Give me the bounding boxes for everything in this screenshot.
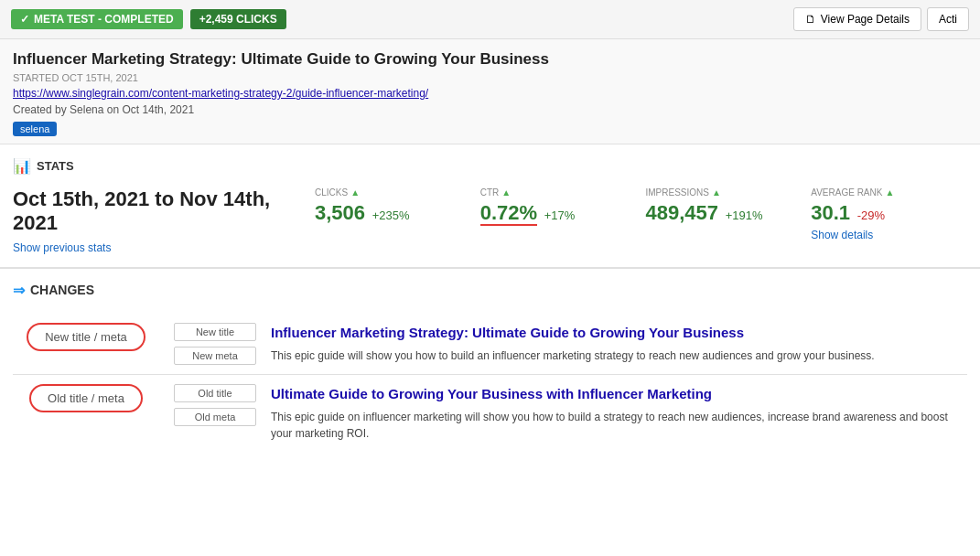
- show-previous-stats-link[interactable]: Show previous stats: [13, 241, 306, 254]
- stats-row: Oct 15th, 2021 to Nov 14th, 2021 Show pr…: [13, 187, 967, 254]
- old-title-tag: Old title: [174, 384, 256, 402]
- impressions-change: +191%: [726, 208, 763, 222]
- new-meta-tag: New meta: [174, 347, 256, 365]
- clicks-badge: +2,459 CLICKS: [190, 9, 286, 29]
- clicks-label: CLICKS ▲: [315, 187, 462, 198]
- new-title-link[interactable]: Influencer Marketing Strategy: Ultimate …: [271, 323, 967, 342]
- ctr-value: 0.72%: [480, 201, 537, 226]
- stats-label: STATS: [37, 159, 74, 173]
- show-details-link[interactable]: Show details: [811, 229, 958, 241]
- old-meta-text: This epic guide on influencer marketing …: [271, 409, 967, 442]
- view-page-details-button[interactable]: 🗋 View Page Details: [793, 7, 921, 31]
- changes-section: ⇒ CHANGES New title / meta New title New…: [0, 267, 980, 464]
- stats-clicks-col: CLICKS ▲ 3,506 +235%: [306, 187, 471, 225]
- stats-section: 📊 STATS Oct 15th, 2021 to Nov 14th, 2021…: [0, 144, 980, 260]
- stats-avg-rank-col: AVERAGE RANK ▲ 30.1 -29% Show details: [802, 187, 967, 241]
- new-title-meta-row: New title / meta New title New meta Infl…: [13, 314, 967, 375]
- impressions-arrow-icon: ▲: [712, 187, 721, 198]
- changes-label: CHANGES: [30, 283, 94, 297]
- impressions-value: 489,457: [646, 201, 719, 224]
- header-info: Influencer Marketing Strategy: Ultimate …: [0, 39, 980, 144]
- clicks-label: +2,459 CLICKS: [199, 13, 277, 26]
- page-url[interactable]: https://www.singlegrain.com/content-mark…: [13, 87, 967, 100]
- avg-rank-arrow-icon: ▲: [885, 187, 894, 198]
- ctr-value-row: 0.72% +17%: [480, 201, 628, 225]
- new-content-col: Influencer Marketing Strategy: Ultimate …: [271, 323, 967, 364]
- new-meta-text: This epic guide will show you how to bui…: [271, 348, 967, 364]
- old-title-meta-row: Old title / meta Old title Old meta Ulti…: [13, 375, 967, 451]
- avg-rank-value-row: 30.1 -29%: [811, 201, 958, 225]
- ctr-change: +17%: [544, 208, 576, 222]
- old-title-link[interactable]: Ultimate Guide to Growing Your Business …: [271, 384, 967, 403]
- user-tag[interactable]: selena: [13, 122, 57, 136]
- top-bar-right: 🗋 View Page Details Acti: [793, 7, 969, 31]
- avg-rank-change: -29%: [857, 208, 885, 222]
- stats-title: 📊 STATS: [13, 157, 967, 175]
- stats-impressions-col: IMPRESSIONS ▲ 489,457 +191%: [637, 187, 802, 225]
- top-bar: ✓ META TEST - COMPLETED +2,459 CLICKS 🗋 …: [0, 0, 980, 39]
- started-label: STARTED OCT 15TH, 2021: [13, 72, 967, 83]
- top-bar-left: ✓ META TEST - COMPLETED +2,459 CLICKS: [11, 9, 286, 29]
- created-by: Created by Selena on Oct 14th, 2021: [13, 103, 967, 116]
- completed-badge: ✓ META TEST - COMPLETED: [11, 9, 183, 29]
- page-title: Influencer Marketing Strategy: Ultimate …: [13, 50, 967, 69]
- stats-date-range: Oct 15th, 2021 to Nov 14th, 2021: [13, 187, 306, 236]
- impressions-value-row: 489,457 +191%: [646, 201, 793, 225]
- completed-label: META TEST - COMPLETED: [34, 13, 174, 26]
- avg-rank-value: 30.1: [811, 201, 850, 224]
- action-label: Acti: [939, 13, 957, 26]
- new-tags-col: New title New meta: [174, 323, 256, 365]
- old-tags-col: Old title Old meta: [174, 384, 256, 426]
- stats-bar-icon: 📊: [13, 157, 31, 175]
- clicks-value: 3,506: [315, 201, 365, 224]
- changes-title: ⇒ CHANGES: [13, 282, 967, 299]
- action-button[interactable]: Acti: [927, 7, 969, 31]
- new-title-tag: New title: [174, 323, 256, 341]
- stats-date-col: Oct 15th, 2021 to Nov 14th, 2021 Show pr…: [13, 187, 306, 254]
- clicks-value-row: 3,506 +235%: [315, 201, 462, 225]
- old-title-meta-oval: Old title / meta: [29, 384, 143, 412]
- ctr-arrow-icon: ▲: [501, 187, 511, 198]
- new-title-meta-oval: New title / meta: [27, 323, 145, 351]
- changes-arrow-icon: ⇒: [13, 282, 25, 299]
- old-label-col: Old title / meta: [13, 384, 159, 412]
- old-content-col: Ultimate Guide to Growing Your Business …: [271, 384, 967, 442]
- stats-ctr-col: CTR ▲ 0.72% +17%: [471, 187, 637, 225]
- file-icon: 🗋: [805, 13, 816, 26]
- clicks-arrow-icon: ▲: [350, 187, 360, 198]
- new-label-col: New title / meta: [13, 323, 159, 351]
- clicks-change: +235%: [372, 208, 410, 222]
- check-icon: ✓: [20, 13, 29, 26]
- ctr-label: CTR ▲: [480, 187, 628, 198]
- avg-rank-label: AVERAGE RANK ▲: [811, 187, 958, 198]
- impressions-label: IMPRESSIONS ▲: [646, 187, 793, 198]
- old-meta-tag: Old meta: [174, 408, 256, 426]
- view-page-label: View Page Details: [821, 13, 910, 26]
